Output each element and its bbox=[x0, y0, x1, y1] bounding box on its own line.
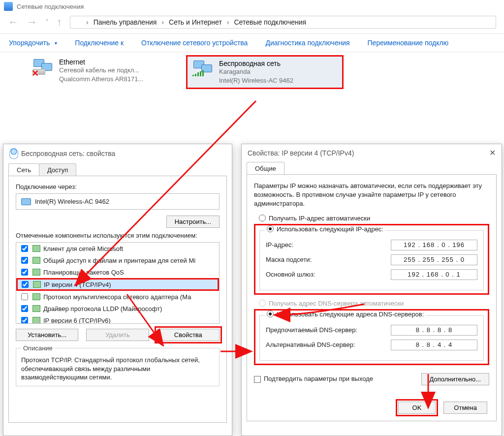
chevron-icon: › bbox=[227, 18, 229, 26]
ip-group: Использовать следующий IP-адрес: IP-адре… bbox=[259, 230, 484, 290]
mask-input[interactable]: 255 . 255 . 255 . 0 bbox=[391, 254, 477, 265]
conn-eth-device: Qualcomm Atheros AR8171... bbox=[59, 75, 143, 84]
adapter-box: Intel(R) Wireless-AC 9462 bbox=[16, 193, 220, 210]
ipv4-properties-dialog: Свойства: IP версии 4 (TCP/IPv4) ✕ Общие… bbox=[241, 144, 502, 436]
chevron-icon: › bbox=[86, 18, 89, 26]
cmd-disable[interactable]: Отключение сетевого устройства bbox=[141, 39, 248, 47]
cmd-diagnose[interactable]: Диагностика подключения bbox=[265, 39, 349, 47]
ipv4-intro: Параметры IP можно назначать автоматичес… bbox=[254, 182, 489, 209]
component-icon bbox=[32, 245, 40, 252]
ipv4-item-highlight[interactable]: IP версии 4 (TCP/IPv4) bbox=[16, 278, 219, 291]
gw-input[interactable]: 192 . 168 . 0 . 1 bbox=[391, 269, 477, 280]
cb-item-3[interactable] bbox=[22, 281, 29, 288]
radio-ip-manual[interactable]: Использовать следующий IP-адрес: bbox=[277, 225, 383, 233]
ip-input[interactable]: 192 . 168 . 0 . 196 bbox=[391, 240, 477, 250]
adapter-name: Intel(R) Wireless-AC 9462 bbox=[35, 198, 109, 205]
app-icon bbox=[4, 2, 13, 11]
cmd-organize[interactable]: Упорядочить bbox=[9, 39, 57, 47]
cb-item-4[interactable] bbox=[21, 293, 28, 300]
cb-item-5[interactable] bbox=[21, 305, 28, 312]
command-bar: Упорядочить Подключение к Отключение сет… bbox=[0, 34, 504, 52]
li-2: Планировщик пакетов QoS bbox=[43, 269, 124, 276]
explorer-window: Сетевые подключения ← → ˅ ↑ › Панель упр… bbox=[0, 0, 504, 126]
nav-back-icon[interactable]: ← bbox=[8, 17, 19, 28]
crumb-mid[interactable]: Сеть и Интернет bbox=[169, 18, 222, 26]
conn-wifi-title: Беспроводная сеть bbox=[219, 60, 293, 67]
crumb-root[interactable]: Панель управления bbox=[94, 18, 157, 26]
connection-ethernet[interactable]: ✕ Ethernet Сетевой кабель не подкл... Qu… bbox=[28, 55, 185, 86]
radio-icon bbox=[259, 300, 266, 307]
window-titlebar: Сетевые подключения bbox=[0, 0, 504, 13]
install-button[interactable]: Установить... bbox=[16, 329, 78, 341]
dns2-label: Альтернативный DNS-сервер: bbox=[266, 341, 355, 348]
component-icon bbox=[32, 269, 40, 276]
address-bar[interactable]: › Панель управления › Сеть и Интернет › … bbox=[70, 16, 496, 29]
chevron-icon: › bbox=[161, 18, 164, 26]
conn-eth-status: Сетевой кабель не подкл... bbox=[59, 66, 143, 75]
nav-row: ← → ˅ ↑ › Панель управления › Сеть и Инт… bbox=[0, 13, 504, 34]
ethernet-icon: ✕ bbox=[32, 58, 54, 76]
components-label: Отмеченные компоненты используются этим … bbox=[16, 232, 220, 239]
cb-item-0[interactable] bbox=[21, 245, 28, 252]
conn-wifi-ssid: Karaganda bbox=[219, 67, 293, 76]
li-0: Клиент для сетей Microsoft bbox=[43, 245, 123, 252]
tab-network[interactable]: Сеть bbox=[8, 163, 39, 176]
radio-ip-auto[interactable]: Получить IP-адрес автоматически bbox=[259, 215, 489, 222]
radio-icon[interactable] bbox=[267, 311, 274, 317]
adapter-icon bbox=[9, 148, 18, 159]
li-5: Драйвер протокола LLDP (Майкрософт) bbox=[43, 305, 162, 312]
nav-up-icon[interactable]: ↑ bbox=[57, 17, 62, 28]
ip-section-highlight: Использовать следующий IP-адрес: IP-адре… bbox=[254, 224, 489, 295]
validate-checkbox[interactable]: Подтвердить параметры при выходе bbox=[254, 375, 373, 383]
cancel-button[interactable]: Отмена bbox=[443, 402, 487, 414]
uninstall-button: Удалить bbox=[86, 329, 149, 341]
radio-dns-auto: Получить адрес DNS-сервера автоматически bbox=[259, 300, 489, 307]
ipv4-title: Свойства: IP версии 4 (TCP/IPv4) bbox=[248, 149, 354, 157]
nav-forward-icon[interactable]: → bbox=[27, 17, 37, 28]
component-icon bbox=[32, 305, 40, 312]
dns1-input[interactable]: 8 . 8 . 8 . 8 bbox=[391, 325, 477, 336]
crumb-leaf[interactable]: Сетевые подключения bbox=[234, 18, 306, 26]
nic-icon bbox=[21, 198, 31, 205]
cb-item-2[interactable] bbox=[21, 269, 28, 276]
cmd-rename[interactable]: Переименование подклю bbox=[368, 39, 449, 47]
close-icon[interactable]: ✕ bbox=[489, 148, 496, 157]
window-title: Сетевые подключения bbox=[17, 3, 84, 10]
adapter-properties-dialog: Беспроводная сеть: свойства Сеть Доступ … bbox=[3, 144, 232, 436]
cb-item-6[interactable] bbox=[21, 317, 28, 324]
component-icon bbox=[32, 317, 40, 324]
gw-label: Основной шлюз: bbox=[266, 271, 315, 278]
ok-button[interactable]: OK bbox=[398, 402, 436, 414]
component-icon bbox=[32, 293, 40, 300]
properties-button[interactable]: Свойства bbox=[157, 329, 220, 341]
component-icon bbox=[33, 281, 41, 288]
cmd-connect[interactable]: Подключение к bbox=[75, 39, 124, 47]
li-3: IP версии 4 (TCP/IPv4) bbox=[44, 281, 111, 288]
nav-recent-icon[interactable]: ˅ bbox=[45, 19, 49, 26]
li-4: Протокол мультиплексора сетевого адаптер… bbox=[43, 293, 191, 301]
connection-wifi[interactable]: Беспроводная сеть Karaganda Intel(R) Wir… bbox=[186, 55, 344, 89]
conn-wifi-device: Intel(R) Wireless-AC 9462 bbox=[219, 76, 293, 85]
components-listbox[interactable]: Клиент для сетей Microsoft Общий доступ … bbox=[16, 242, 220, 324]
props-title: Беспроводная сеть: свойства bbox=[21, 150, 115, 157]
li-6: IP версии 6 (TCP/IPv6) bbox=[43, 317, 111, 324]
advanced-button[interactable]: Дополнительно... bbox=[421, 373, 489, 385]
dns1-label: Предпочитаемый DNS-сервер: bbox=[266, 326, 357, 334]
li-1: Общий доступ к файлам и принтерам для се… bbox=[43, 257, 195, 264]
cb-item-1[interactable] bbox=[21, 257, 28, 264]
dns-group: Использовать следующие адреса DNS-сервер… bbox=[259, 315, 484, 361]
component-icon bbox=[32, 257, 40, 264]
tab-sharing[interactable]: Доступ bbox=[39, 163, 76, 176]
connect-via-label: Подключение через: bbox=[16, 183, 220, 190]
radio-dns-manual[interactable]: Использовать следующие адреса DNS-сервер… bbox=[277, 311, 424, 318]
configure-button[interactable]: Настроить... bbox=[166, 216, 220, 228]
dns2-input[interactable]: 8 . 8 . 4 . 4 bbox=[391, 340, 477, 350]
radio-icon bbox=[259, 215, 266, 221]
conn-eth-title: Ethernet bbox=[59, 58, 143, 66]
radio-icon[interactable] bbox=[267, 225, 274, 232]
dns-section-highlight: Использовать следующие адреса DNS-сервер… bbox=[254, 309, 489, 365]
mask-label: Маска подсети: bbox=[266, 256, 312, 263]
tab-general[interactable]: Общие bbox=[247, 162, 284, 175]
description-legend: Описание bbox=[21, 344, 55, 352]
wifi-icon bbox=[192, 60, 214, 77]
